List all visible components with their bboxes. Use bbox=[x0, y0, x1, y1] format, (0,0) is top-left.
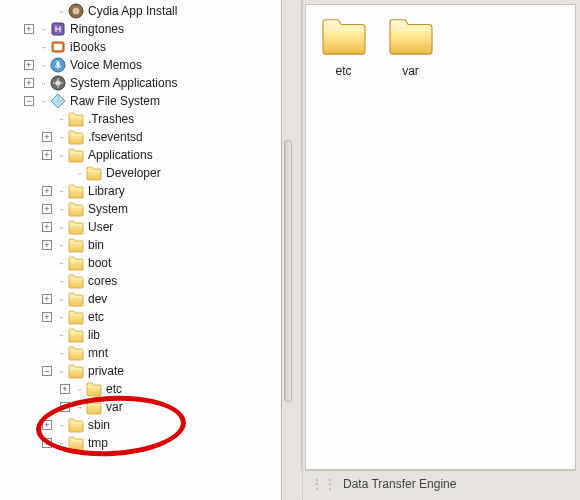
tree-item-label: User bbox=[88, 220, 113, 234]
folder-icon bbox=[68, 219, 84, 235]
tree-item-label: etc bbox=[88, 310, 104, 324]
folder-icon bbox=[68, 129, 84, 145]
tree-panel: ··Cydia App Install+··Ringtones··iBooks+… bbox=[0, 0, 282, 500]
tree-item-tmp[interactable]: +··tmp bbox=[0, 434, 281, 452]
tree-item-label: Cydia App Install bbox=[88, 4, 177, 18]
tree-connector-icon: ·· bbox=[54, 240, 68, 251]
folder-icon bbox=[68, 417, 84, 433]
tree-item-label: boot bbox=[88, 256, 111, 270]
expand-icon[interactable]: + bbox=[24, 78, 34, 88]
tree-item-cores[interactable]: ··cores bbox=[0, 272, 281, 290]
folder-icon bbox=[68, 201, 84, 217]
status-bar: ⋮⋮ Data Transfer Engine bbox=[305, 470, 576, 496]
tree-connector-icon: ·· bbox=[36, 78, 50, 89]
tree-item--fseventsd[interactable]: +··.fseventsd bbox=[0, 128, 281, 146]
tree-connector-icon: ·· bbox=[36, 60, 50, 71]
collapse-icon[interactable]: − bbox=[24, 96, 34, 106]
folder-icon bbox=[68, 147, 84, 163]
tree-item-ibooks[interactable]: ··iBooks bbox=[0, 38, 281, 56]
folder-icon bbox=[68, 291, 84, 307]
tree-item-label: private bbox=[88, 364, 124, 378]
folder-icon bbox=[68, 327, 84, 343]
folder-large-icon bbox=[386, 15, 436, 57]
tree-item-applications[interactable]: +··Applications bbox=[0, 146, 281, 164]
tree-connector-icon: ·· bbox=[36, 24, 50, 35]
tree-connector-icon: ·· bbox=[54, 150, 68, 161]
folder-icon bbox=[68, 273, 84, 289]
tree-item-label: Voice Memos bbox=[70, 58, 142, 72]
expand-icon[interactable]: + bbox=[42, 312, 52, 322]
tree-item-label: mnt bbox=[88, 346, 108, 360]
expand-icon[interactable]: + bbox=[42, 204, 52, 214]
expand-icon[interactable]: + bbox=[42, 222, 52, 232]
tree-item-bin[interactable]: +··bin bbox=[0, 236, 281, 254]
folder-icon bbox=[68, 111, 84, 127]
tree-connector-icon: ·· bbox=[72, 384, 86, 395]
folder-icon bbox=[68, 183, 84, 199]
tree-connector-icon: ·· bbox=[54, 438, 68, 449]
expander-blank bbox=[24, 42, 34, 52]
ibooks-icon bbox=[50, 39, 66, 55]
tree-item-lib[interactable]: ··lib bbox=[0, 326, 281, 344]
tree-item-label: .fseventsd bbox=[88, 130, 143, 144]
tree-item-var[interactable]: +··var bbox=[0, 398, 281, 416]
tree-item-system-applications[interactable]: +··System Applications bbox=[0, 74, 281, 92]
tree-item-mnt[interactable]: ··mnt bbox=[0, 344, 281, 362]
folder-icon bbox=[68, 255, 84, 271]
tree-item-system[interactable]: +··System bbox=[0, 200, 281, 218]
tree-item-label: Developer bbox=[106, 166, 161, 180]
status-text: Data Transfer Engine bbox=[343, 477, 456, 491]
voice-icon bbox=[50, 57, 66, 73]
tree-item-label: bin bbox=[88, 238, 104, 252]
panel-divider[interactable] bbox=[282, 0, 302, 500]
expander-blank bbox=[42, 348, 52, 358]
tree-item-boot[interactable]: ··boot bbox=[0, 254, 281, 272]
expand-icon[interactable]: + bbox=[42, 132, 52, 142]
collapse-icon[interactable]: − bbox=[42, 366, 52, 376]
diamond-icon bbox=[50, 93, 66, 109]
expand-icon[interactable]: + bbox=[60, 384, 70, 394]
tree-item-private[interactable]: −··private bbox=[0, 362, 281, 380]
expander-blank bbox=[42, 258, 52, 268]
tree-connector-icon: ·· bbox=[54, 294, 68, 305]
tree-item-label: cores bbox=[88, 274, 117, 288]
tree-item-user[interactable]: +··User bbox=[0, 218, 281, 236]
expand-icon[interactable]: + bbox=[24, 60, 34, 70]
tree-connector-icon: ·· bbox=[54, 204, 68, 215]
tree-item-label: sbin bbox=[88, 418, 110, 432]
tree-item-etc[interactable]: +··etc bbox=[0, 380, 281, 398]
tree-connector-icon: ·· bbox=[54, 420, 68, 431]
tree-connector-icon: ·· bbox=[36, 42, 50, 53]
tree-item-ringtones[interactable]: +··Ringtones bbox=[0, 20, 281, 38]
tree-item-voice-memos[interactable]: +··Voice Memos bbox=[0, 56, 281, 74]
tree-item-cydia-app-install[interactable]: ··Cydia App Install bbox=[0, 2, 281, 20]
expand-icon[interactable]: + bbox=[42, 150, 52, 160]
tree-item-library[interactable]: +··Library bbox=[0, 182, 281, 200]
tree-item-dev[interactable]: +··dev bbox=[0, 290, 281, 308]
tree-item-label: lib bbox=[88, 328, 100, 342]
cydia-icon bbox=[68, 3, 84, 19]
expand-icon[interactable]: + bbox=[42, 420, 52, 430]
expand-icon[interactable]: + bbox=[42, 294, 52, 304]
ringtones-icon bbox=[50, 21, 66, 37]
folder-etc[interactable]: etc bbox=[316, 15, 371, 78]
folder-var[interactable]: var bbox=[383, 15, 438, 78]
tree-item-label: Applications bbox=[88, 148, 153, 162]
tree-item-sbin[interactable]: +··sbin bbox=[0, 416, 281, 434]
tree-item-label: etc bbox=[106, 382, 122, 396]
tree-item-developer[interactable]: ··Developer bbox=[0, 164, 281, 182]
tree-item-label: dev bbox=[88, 292, 107, 306]
tree-item--trashes[interactable]: ··.Trashes bbox=[0, 110, 281, 128]
tree-item-label: .Trashes bbox=[88, 112, 134, 126]
expander-blank bbox=[42, 6, 52, 16]
tree-connector-icon: ·· bbox=[54, 330, 68, 341]
tree-item-raw-file-system[interactable]: −··Raw File System bbox=[0, 92, 281, 110]
expand-icon[interactable]: + bbox=[60, 402, 70, 412]
tree-item-etc[interactable]: +··etc bbox=[0, 308, 281, 326]
expand-icon[interactable]: + bbox=[24, 24, 34, 34]
expand-icon[interactable]: + bbox=[42, 186, 52, 196]
folder-icon bbox=[86, 399, 102, 415]
expand-icon[interactable]: + bbox=[42, 438, 52, 448]
expander-blank bbox=[60, 168, 70, 178]
expand-icon[interactable]: + bbox=[42, 240, 52, 250]
